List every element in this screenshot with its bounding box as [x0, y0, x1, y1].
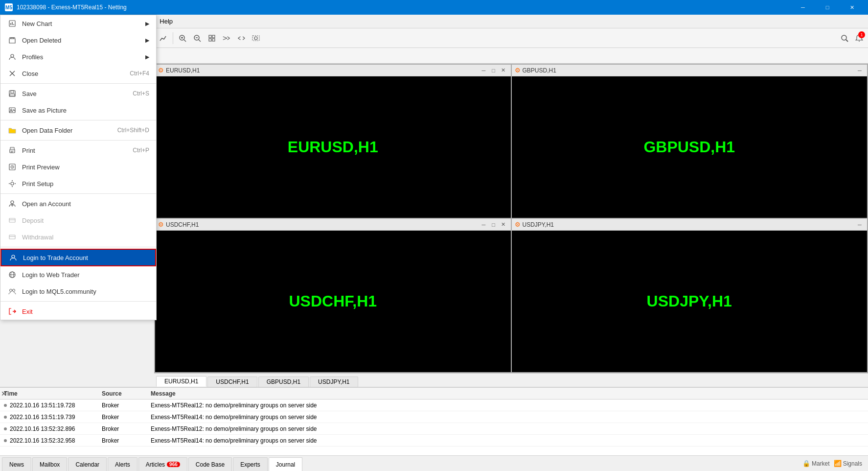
chart-usdjpy-minimize[interactable]: ─ [855, 221, 864, 229]
tab-news[interactable]: News [2, 457, 31, 471]
menu-profiles[interactable]: Profiles ▶ [0, 48, 156, 65]
auto-scroll-button[interactable] [234, 30, 248, 46]
save-icon [7, 89, 17, 98]
new-chart-icon [7, 19, 17, 28]
journal-time-3: 2022.10.16 13:52:32.896 [4, 425, 102, 432]
menu-print[interactable]: Print Ctrl+P [0, 142, 156, 159]
menu-print-setup[interactable]: Print Setup [0, 175, 156, 192]
menu-login-mql5[interactable]: Login to MQL5.community [0, 283, 156, 300]
chart-eurusd-close[interactable]: ✕ [499, 67, 508, 74]
chart-usdchf: ⚙ USDCHF,H1 ─ □ ✕ USDCHF,H1 [155, 219, 511, 372]
menu-save[interactable]: Save Ctrl+S [0, 85, 156, 102]
bottom-tabs-right: 🔒 Market 📶 Signals [802, 460, 866, 467]
tab-mailbox-label: Mailbox [40, 461, 60, 468]
chart-usdchf-label: USDCHF,H1 [289, 292, 377, 310]
menu-open-deleted-label: Open Deleted [22, 37, 61, 44]
svg-point-55 [12, 166, 13, 167]
tab-alerts[interactable]: Alerts [108, 457, 137, 471]
grid-button[interactable] [205, 30, 219, 46]
bullet-icon-1 [4, 404, 7, 407]
chart-usdjpy-controls: ─ [855, 221, 864, 229]
chart-eurusd-controls: ─ □ ✕ [480, 67, 508, 74]
menu-open-account[interactable]: Open an Account [0, 195, 156, 212]
menu-close-label: Close [22, 70, 38, 77]
menu-item-help[interactable]: Help [155, 15, 178, 28]
menu-sep-1 [0, 83, 156, 84]
chart-tab-usdchf[interactable]: USDCHF,H1 [207, 377, 257, 387]
notification-button[interactable]: 1 [852, 30, 866, 46]
tab-journal[interactable]: Journal [269, 457, 302, 471]
open-data-folder-shortcut: Ctrl+Shift+D [117, 127, 149, 134]
bottom-tabs-left: News Mailbox Calendar Alerts Articles 96… [2, 456, 303, 471]
chart-tab-usdjpy[interactable]: USDJPY,H1 [310, 377, 358, 387]
menu-open-data-folder[interactable]: Open Data Folder Ctrl+Shift+D [0, 122, 156, 139]
tab-experts-label: Experts [240, 461, 260, 468]
menu-save-as-picture[interactable]: Save as Picture [0, 102, 156, 118]
line-chart-button[interactable] [157, 30, 170, 46]
profiles-icon [7, 52, 17, 62]
chart-usdchf-minimize[interactable]: ─ [480, 221, 488, 229]
chart-eurusd-title: EURUSD,H1 [166, 67, 478, 74]
menu-sep-5 [0, 247, 156, 247]
menu-sep-2 [0, 120, 156, 120]
chart-usdchf-close[interactable]: ✕ [499, 221, 508, 229]
svg-rect-17 [209, 35, 211, 38]
screenshot-button[interactable] [249, 30, 263, 46]
svg-point-68 [10, 289, 12, 292]
zoom-out-button[interactable] [190, 30, 204, 46]
chart-gbpusd-title: GBPUSD,H1 [523, 67, 854, 74]
chart-gbpusd: ⚙ GBPUSD,H1 ─ GBPUSD,H1 [512, 65, 868, 218]
svg-rect-52 [11, 152, 13, 152]
close-window-button[interactable]: ✕ [841, 0, 863, 15]
deposit-icon [7, 215, 17, 225]
chart-usdchf-icon: ⚙ [158, 221, 164, 228]
scroll-end-button[interactable] [220, 30, 233, 46]
menu-new-chart[interactable]: New Chart ▶ [0, 15, 156, 32]
menu-print-label: Print [22, 147, 35, 154]
journal-time-1: 2022.10.16 13:51:19.728 [4, 402, 102, 409]
chart-gbpusd-minimize[interactable]: ─ [855, 67, 864, 74]
chart-eurusd-minimize[interactable]: ─ [480, 67, 488, 74]
tab-mailbox[interactable]: Mailbox [32, 457, 67, 471]
menu-new-chart-label: New Chart [22, 20, 52, 27]
zoom-in-button[interactable] [176, 30, 189, 46]
chart-tab-eurusd[interactable]: EURUSD,H1 [156, 376, 206, 387]
menu-withdrawal-label: Withdrawal [22, 234, 53, 241]
maximize-button[interactable]: □ [816, 0, 839, 15]
chart-gbpusd-content: GBPUSD,H1 [512, 76, 868, 218]
svg-point-49 [11, 109, 12, 111]
menu-login-web-trader[interactable]: Login to Web Trader [0, 266, 156, 283]
menu-open-deleted[interactable]: Open Deleted ▶ [0, 32, 156, 48]
panel-close-button[interactable]: ✕ [1, 390, 7, 398]
menu-close[interactable]: Close Ctrl+F4 [0, 65, 156, 82]
svg-point-69 [13, 289, 15, 292]
tab-articles-label: Articles [146, 461, 165, 468]
menu-login-trade-account[interactable]: Login to Trade Account [0, 249, 156, 266]
menu-save-label: Save [22, 90, 37, 97]
journal-message-3: Exness-MT5Real12: no demo/preliminary gr… [151, 425, 864, 432]
chart-eurusd-icon: ⚙ [158, 67, 164, 74]
search-button[interactable] [838, 30, 851, 46]
minimize-button[interactable]: ─ [792, 0, 814, 15]
chart-eurusd-maximize[interactable]: □ [489, 67, 498, 74]
exit-icon [7, 306, 17, 316]
svg-line-15 [199, 40, 201, 42]
table-row: 2022.10.16 13:51:19.739 Broker Exness-MT… [0, 411, 868, 423]
chart-usdchf-maximize[interactable]: □ [489, 221, 498, 229]
app-icon: M5 [5, 3, 13, 11]
tab-experts[interactable]: Experts [233, 457, 268, 471]
tab-articles[interactable]: Articles 966 [138, 457, 187, 471]
menu-print-preview[interactable]: Print Preview [0, 159, 156, 175]
tab-calendar[interactable]: Calendar [68, 457, 107, 471]
market-label: Market [812, 460, 830, 467]
chart-tab-gbpusd[interactable]: GBPUSD,H1 [258, 377, 309, 387]
journal-col-message: Message [151, 390, 864, 397]
print-preview-icon [7, 162, 17, 172]
tab-codebase[interactable]: Code Base [188, 457, 232, 471]
svg-line-26 [238, 38, 241, 40]
chart-usdjpy-content: USDJPY,H1 [512, 231, 868, 372]
svg-point-31 [842, 35, 846, 40]
menu-exit[interactable]: Exit [0, 303, 156, 320]
table-row: 2022.10.16 13:52:32.958 Broker Exness-MT… [0, 435, 868, 447]
svg-line-27 [243, 36, 245, 38]
